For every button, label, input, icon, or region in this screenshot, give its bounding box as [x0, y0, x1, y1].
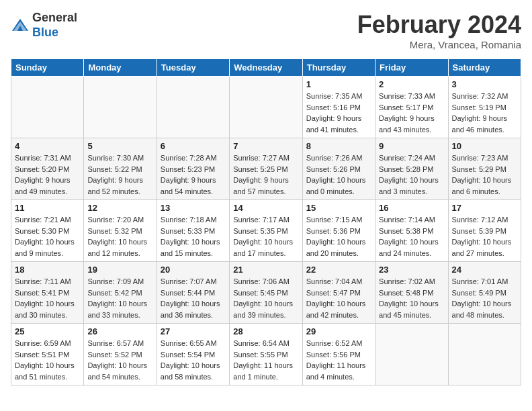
day-number: 27: [161, 326, 226, 336]
calendar-cell: 25Sunrise: 6:59 AM Sunset: 5:51 PM Dayli…: [11, 324, 84, 385]
calendar-cell: 2Sunrise: 7:33 AM Sunset: 5:17 PM Daylig…: [375, 77, 448, 138]
header-row: SundayMondayTuesdayWednesdayThursdayFrid…: [11, 59, 521, 77]
calendar-title: February 2024: [357, 11, 521, 39]
col-header-thursday: Thursday: [302, 59, 375, 77]
col-header-friday: Friday: [375, 59, 448, 77]
calendar-cell: 29Sunrise: 6:52 AM Sunset: 5:56 PM Dayli…: [302, 324, 375, 385]
calendar-cell: 7Sunrise: 7:27 AM Sunset: 5:25 PM Daylig…: [230, 138, 302, 200]
col-header-monday: Monday: [84, 59, 157, 77]
day-number: 26: [87, 326, 152, 336]
calendar-table: SundayMondayTuesdayWednesdayThursdayFrid…: [11, 58, 521, 385]
day-number: 17: [452, 203, 517, 213]
day-info: Sunrise: 7:02 AM Sunset: 5:48 PM Dayligh…: [379, 276, 444, 320]
week-row-3: 11Sunrise: 7:21 AM Sunset: 5:30 PM Dayli…: [11, 200, 521, 262]
col-header-wednesday: Wednesday: [230, 59, 302, 77]
logo-icon: [11, 16, 30, 35]
day-info: Sunrise: 7:01 AM Sunset: 5:49 PM Dayligh…: [452, 276, 517, 320]
calendar-cell: [157, 77, 229, 138]
day-number: 8: [306, 141, 371, 151]
day-number: 24: [452, 265, 517, 275]
day-number: 23: [379, 265, 444, 275]
day-number: 19: [87, 265, 152, 275]
day-info: Sunrise: 7:24 AM Sunset: 5:28 PM Dayligh…: [379, 152, 444, 197]
day-info: Sunrise: 7:14 AM Sunset: 5:38 PM Dayligh…: [379, 214, 444, 259]
day-number: 20: [161, 265, 226, 275]
day-info: Sunrise: 7:21 AM Sunset: 5:30 PM Dayligh…: [15, 214, 80, 259]
logo-text: General Blue: [32, 11, 77, 40]
day-info: Sunrise: 7:09 AM Sunset: 5:42 PM Dayligh…: [87, 276, 152, 320]
calendar-cell: 8Sunrise: 7:26 AM Sunset: 5:26 PM Daylig…: [302, 138, 375, 200]
calendar-cell: [84, 77, 157, 138]
day-info: Sunrise: 7:15 AM Sunset: 5:36 PM Dayligh…: [306, 214, 371, 259]
day-info: Sunrise: 7:20 AM Sunset: 5:32 PM Dayligh…: [87, 214, 152, 259]
col-header-tuesday: Tuesday: [157, 59, 229, 77]
day-info: Sunrise: 7:35 AM Sunset: 5:16 PM Dayligh…: [306, 91, 371, 135]
calendar-cell: 10Sunrise: 7:23 AM Sunset: 5:29 PM Dayli…: [448, 138, 521, 200]
calendar-cell: 26Sunrise: 6:57 AM Sunset: 5:52 PM Dayli…: [84, 324, 157, 385]
day-number: 13: [161, 203, 226, 213]
calendar-cell: 16Sunrise: 7:14 AM Sunset: 5:38 PM Dayli…: [375, 200, 448, 262]
day-info: Sunrise: 6:54 AM Sunset: 5:55 PM Dayligh…: [233, 338, 298, 382]
week-row-2: 4Sunrise: 7:31 AM Sunset: 5:20 PM Daylig…: [11, 138, 521, 200]
day-number: 1: [306, 79, 371, 89]
week-row-4: 18Sunrise: 7:11 AM Sunset: 5:41 PM Dayli…: [11, 262, 521, 324]
day-number: 29: [306, 326, 371, 336]
calendar-cell: 12Sunrise: 7:20 AM Sunset: 5:32 PM Dayli…: [84, 200, 157, 262]
day-number: 14: [233, 203, 298, 213]
day-number: 25: [15, 326, 80, 336]
day-number: 11: [15, 203, 80, 213]
calendar-cell: 20Sunrise: 7:07 AM Sunset: 5:44 PM Dayli…: [157, 262, 229, 324]
week-row-1: 1Sunrise: 7:35 AM Sunset: 5:16 PM Daylig…: [11, 77, 521, 138]
day-info: Sunrise: 7:12 AM Sunset: 5:39 PM Dayligh…: [452, 214, 517, 259]
calendar-subtitle: Mera, Vrancea, Romania: [357, 39, 521, 50]
calendar-cell: [11, 77, 84, 138]
day-number: 18: [15, 265, 80, 275]
calendar-cell: 22Sunrise: 7:04 AM Sunset: 5:47 PM Dayli…: [302, 262, 375, 324]
week-row-5: 25Sunrise: 6:59 AM Sunset: 5:51 PM Dayli…: [11, 324, 521, 385]
day-info: Sunrise: 7:30 AM Sunset: 5:22 PM Dayligh…: [87, 152, 152, 197]
calendar-cell: [230, 77, 302, 138]
day-number: 21: [233, 265, 298, 275]
day-number: 15: [306, 203, 371, 213]
col-header-saturday: Saturday: [448, 59, 521, 77]
day-number: 4: [15, 141, 80, 151]
calendar-cell: 13Sunrise: 7:18 AM Sunset: 5:33 PM Dayli…: [157, 200, 229, 262]
calendar-cell: 21Sunrise: 7:06 AM Sunset: 5:45 PM Dayli…: [230, 262, 302, 324]
logo-general: General: [32, 11, 77, 24]
calendar-cell: 11Sunrise: 7:21 AM Sunset: 5:30 PM Dayli…: [11, 200, 84, 262]
day-number: 9: [379, 141, 444, 151]
calendar-cell: 4Sunrise: 7:31 AM Sunset: 5:20 PM Daylig…: [11, 138, 84, 200]
day-info: Sunrise: 7:17 AM Sunset: 5:35 PM Dayligh…: [233, 214, 298, 259]
day-info: Sunrise: 7:06 AM Sunset: 5:45 PM Dayligh…: [233, 276, 298, 320]
day-info: Sunrise: 7:18 AM Sunset: 5:33 PM Dayligh…: [161, 214, 226, 259]
header: General Blue February 2024 Mera, Vrancea…: [11, 11, 521, 50]
calendar-cell: 18Sunrise: 7:11 AM Sunset: 5:41 PM Dayli…: [11, 262, 84, 324]
day-number: 22: [306, 265, 371, 275]
day-number: 5: [87, 141, 152, 151]
day-info: Sunrise: 7:11 AM Sunset: 5:41 PM Dayligh…: [15, 276, 80, 320]
calendar-cell: 19Sunrise: 7:09 AM Sunset: 5:42 PM Dayli…: [84, 262, 157, 324]
col-header-sunday: Sunday: [11, 59, 84, 77]
day-info: Sunrise: 7:33 AM Sunset: 5:17 PM Dayligh…: [379, 91, 444, 135]
day-info: Sunrise: 7:04 AM Sunset: 5:47 PM Dayligh…: [306, 276, 371, 320]
day-info: Sunrise: 6:57 AM Sunset: 5:52 PM Dayligh…: [87, 338, 152, 382]
day-info: Sunrise: 6:52 AM Sunset: 5:56 PM Dayligh…: [306, 338, 371, 382]
logo-blue: Blue: [32, 26, 58, 39]
title-area: February 2024 Mera, Vrancea, Romania: [357, 11, 521, 50]
calendar-cell: 9Sunrise: 7:24 AM Sunset: 5:28 PM Daylig…: [375, 138, 448, 200]
day-number: 2: [379, 79, 444, 89]
calendar-cell: 24Sunrise: 7:01 AM Sunset: 5:49 PM Dayli…: [448, 262, 521, 324]
calendar-cell: [375, 324, 448, 385]
day-info: Sunrise: 7:31 AM Sunset: 5:20 PM Dayligh…: [15, 152, 80, 197]
calendar-cell: 27Sunrise: 6:55 AM Sunset: 5:54 PM Dayli…: [157, 324, 229, 385]
calendar-cell: 28Sunrise: 6:54 AM Sunset: 5:55 PM Dayli…: [230, 324, 302, 385]
calendar-cell: 15Sunrise: 7:15 AM Sunset: 5:36 PM Dayli…: [302, 200, 375, 262]
calendar-cell: 14Sunrise: 7:17 AM Sunset: 5:35 PM Dayli…: [230, 200, 302, 262]
day-info: Sunrise: 6:59 AM Sunset: 5:51 PM Dayligh…: [15, 338, 80, 382]
day-number: 6: [161, 141, 226, 151]
day-info: Sunrise: 7:23 AM Sunset: 5:29 PM Dayligh…: [452, 152, 517, 197]
day-number: 12: [87, 203, 152, 213]
day-info: Sunrise: 7:27 AM Sunset: 5:25 PM Dayligh…: [233, 152, 298, 197]
calendar-cell: 5Sunrise: 7:30 AM Sunset: 5:22 PM Daylig…: [84, 138, 157, 200]
day-number: 7: [233, 141, 298, 151]
